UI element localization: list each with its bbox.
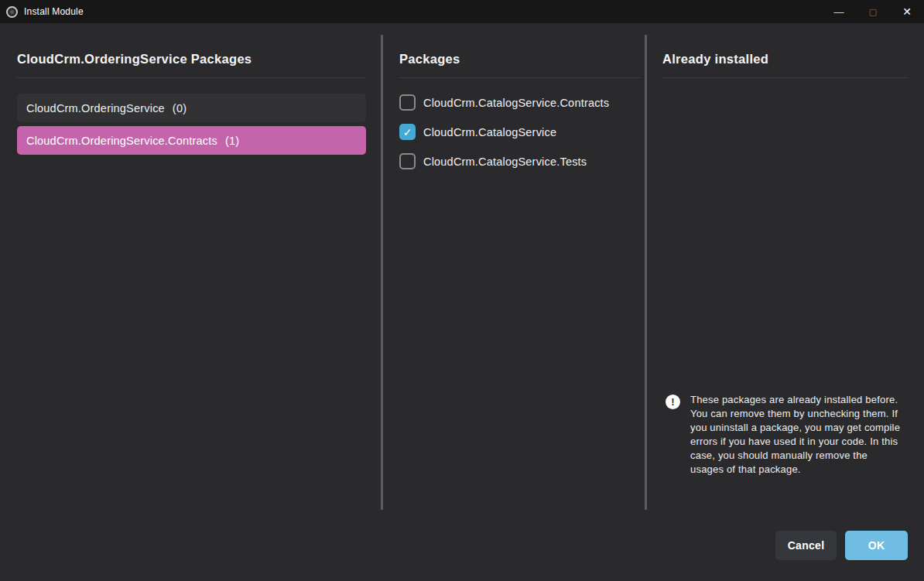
package-row-catalogservice-contracts[interactable]: CloudCrm.CatalogService.Contracts <box>399 93 643 112</box>
minimize-button[interactable]: — <box>822 0 856 23</box>
ok-button[interactable]: OK <box>845 531 908 560</box>
app-logo-icon <box>6 6 18 18</box>
package-label: CloudCrm.CatalogService <box>423 126 556 138</box>
column-separator-right <box>645 35 647 510</box>
module-item-label: CloudCrm.OrderingService.Contracts <box>26 135 217 147</box>
info-text: These packages are already installed bef… <box>690 393 902 477</box>
packages-list: CloudCrm.CatalogService.Contracts ✓ Clou… <box>399 93 643 181</box>
packages-panel-divider <box>399 77 641 78</box>
left-panel-header: CloudCrm.OrderingService Packages <box>17 52 252 67</box>
packages-panel-header: Packages <box>399 52 460 67</box>
package-row-catalogservice-tests[interactable]: CloudCrm.CatalogService.Tests <box>399 152 643 171</box>
window-title: Install Module <box>24 6 84 17</box>
module-item-count: (1) <box>225 135 239 147</box>
titlebar: Install Module — ▢ ✕ <box>0 0 924 23</box>
already-installed-info: ! These packages are already installed b… <box>666 393 902 477</box>
module-item-count: (0) <box>173 102 187 114</box>
checkbox-unchecked-icon[interactable] <box>399 153 416 169</box>
installed-panel-divider <box>662 77 908 78</box>
checkbox-unchecked-icon[interactable] <box>399 94 416 111</box>
column-separator-left <box>381 35 383 510</box>
module-item-orderingservice-contracts[interactable]: CloudCrm.OrderingService.Contracts (1) <box>17 126 366 155</box>
installed-panel-header: Already installed <box>662 52 768 67</box>
checkbox-checked-icon[interactable]: ✓ <box>399 124 416 140</box>
module-list: CloudCrm.OrderingService (0) CloudCrm.Or… <box>17 94 366 159</box>
exclamation-icon: ! <box>666 395 680 409</box>
maximize-button[interactable]: ▢ <box>856 0 890 23</box>
package-label: CloudCrm.CatalogService.Tests <box>423 156 587 168</box>
cancel-button[interactable]: Cancel <box>775 531 837 560</box>
left-panel-divider <box>16 77 366 78</box>
package-label: CloudCrm.CatalogService.Contracts <box>423 97 609 109</box>
package-row-catalogservice[interactable]: ✓ CloudCrm.CatalogService <box>399 122 643 142</box>
close-button[interactable]: ✕ <box>890 0 924 23</box>
module-item-orderingservice[interactable]: CloudCrm.OrderingService (0) <box>17 94 366 122</box>
module-item-label: CloudCrm.OrderingService <box>26 102 165 114</box>
